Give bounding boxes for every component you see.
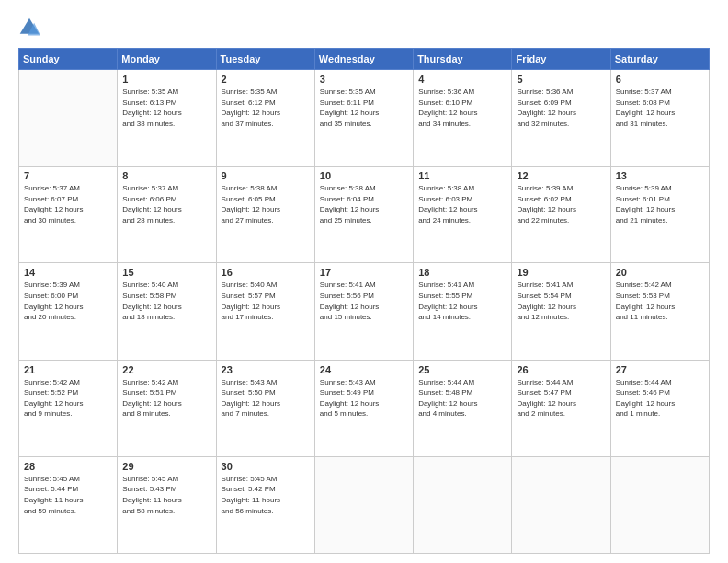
calendar-cell: 8Sunrise: 5:37 AM Sunset: 6:06 PM Daylig… <box>118 167 216 263</box>
day-info: Sunrise: 5:43 AM Sunset: 5:50 PM Dayligh… <box>222 377 310 419</box>
calendar-cell: 29Sunrise: 5:45 AM Sunset: 5:43 PM Dayli… <box>118 456 216 553</box>
day-info: Sunrise: 5:39 AM Sunset: 6:00 PM Dayligh… <box>24 280 112 322</box>
calendar-cell: 17Sunrise: 5:41 AM Sunset: 5:56 PM Dayli… <box>314 263 413 360</box>
day-info: Sunrise: 5:39 AM Sunset: 6:02 PM Dayligh… <box>517 183 605 225</box>
calendar-cell: 28Sunrise: 5:45 AM Sunset: 5:44 PM Dayli… <box>19 456 118 553</box>
day-number: 6 <box>616 74 704 85</box>
calendar-cell: 5Sunrise: 5:36 AM Sunset: 6:09 PM Daylig… <box>512 70 610 167</box>
weekday-header: Monday <box>118 49 216 70</box>
calendar-cell: 24Sunrise: 5:43 AM Sunset: 5:49 PM Dayli… <box>314 360 413 456</box>
day-info: Sunrise: 5:44 AM Sunset: 5:47 PM Dayligh… <box>517 377 605 419</box>
day-info: Sunrise: 5:42 AM Sunset: 5:51 PM Dayligh… <box>122 377 210 419</box>
weekday-header: Tuesday <box>216 49 314 70</box>
calendar-cell: 2Sunrise: 5:35 AM Sunset: 6:12 PM Daylig… <box>216 70 314 167</box>
calendar-cell: 26Sunrise: 5:44 AM Sunset: 5:47 PM Dayli… <box>512 360 610 456</box>
day-number: 28 <box>24 461 112 472</box>
day-info: Sunrise: 5:43 AM Sunset: 5:49 PM Dayligh… <box>320 377 408 419</box>
day-info: Sunrise: 5:36 AM Sunset: 6:10 PM Dayligh… <box>418 86 506 129</box>
weekday-header: Saturday <box>610 49 709 70</box>
day-info: Sunrise: 5:39 AM Sunset: 6:01 PM Dayligh… <box>616 183 704 225</box>
logo-icon <box>18 17 40 39</box>
calendar-cell: 12Sunrise: 5:39 AM Sunset: 6:02 PM Dayli… <box>512 167 610 263</box>
day-number: 12 <box>517 170 605 181</box>
day-info: Sunrise: 5:41 AM Sunset: 5:55 PM Dayligh… <box>418 280 506 322</box>
day-info: Sunrise: 5:45 AM Sunset: 5:43 PM Dayligh… <box>122 474 210 516</box>
day-info: Sunrise: 5:42 AM Sunset: 5:52 PM Dayligh… <box>24 377 112 419</box>
day-number: 15 <box>122 267 210 278</box>
calendar-cell: 18Sunrise: 5:41 AM Sunset: 5:55 PM Dayli… <box>414 263 512 360</box>
calendar-cell <box>414 456 512 553</box>
day-number: 3 <box>320 74 408 85</box>
calendar-page: SundayMondayTuesdayWednesdayThursdayFrid… <box>0 0 728 563</box>
day-info: Sunrise: 5:45 AM Sunset: 5:42 PM Dayligh… <box>222 474 310 516</box>
day-info: Sunrise: 5:40 AM Sunset: 5:57 PM Dayligh… <box>222 280 310 322</box>
day-info: Sunrise: 5:36 AM Sunset: 6:09 PM Dayligh… <box>517 86 605 129</box>
week-row: 28Sunrise: 5:45 AM Sunset: 5:44 PM Dayli… <box>19 456 710 553</box>
calendar-cell <box>314 456 413 553</box>
weekday-header: Sunday <box>19 49 118 70</box>
calendar-table: SundayMondayTuesdayWednesdayThursdayFrid… <box>18 48 710 554</box>
day-info: Sunrise: 5:38 AM Sunset: 6:05 PM Dayligh… <box>222 183 310 225</box>
day-info: Sunrise: 5:44 AM Sunset: 5:48 PM Dayligh… <box>418 377 506 419</box>
day-info: Sunrise: 5:37 AM Sunset: 6:07 PM Dayligh… <box>24 183 112 225</box>
calendar-cell: 13Sunrise: 5:39 AM Sunset: 6:01 PM Dayli… <box>610 167 709 263</box>
calendar-cell: 25Sunrise: 5:44 AM Sunset: 5:48 PM Dayli… <box>414 360 512 456</box>
week-row: 14Sunrise: 5:39 AM Sunset: 6:00 PM Dayli… <box>19 263 710 360</box>
day-number: 5 <box>517 74 605 85</box>
weekday-header: Thursday <box>414 49 512 70</box>
day-info: Sunrise: 5:40 AM Sunset: 5:58 PM Dayligh… <box>122 280 210 322</box>
day-number: 23 <box>222 364 310 375</box>
day-number: 9 <box>222 170 310 181</box>
day-number: 18 <box>418 267 506 278</box>
day-number: 13 <box>616 170 704 181</box>
day-number: 17 <box>320 267 408 278</box>
calendar-cell: 14Sunrise: 5:39 AM Sunset: 6:00 PM Dayli… <box>19 263 118 360</box>
calendar-cell: 15Sunrise: 5:40 AM Sunset: 5:58 PM Dayli… <box>118 263 216 360</box>
day-number: 30 <box>222 461 310 472</box>
calendar-cell: 30Sunrise: 5:45 AM Sunset: 5:42 PM Dayli… <box>216 456 314 553</box>
calendar-cell: 9Sunrise: 5:38 AM Sunset: 6:05 PM Daylig… <box>216 167 314 263</box>
weekday-header-row: SundayMondayTuesdayWednesdayThursdayFrid… <box>19 49 710 70</box>
day-number: 24 <box>320 364 408 375</box>
weekday-header: Friday <box>512 49 610 70</box>
day-number: 22 <box>122 364 210 375</box>
day-info: Sunrise: 5:38 AM Sunset: 6:03 PM Dayligh… <box>418 183 506 225</box>
calendar-cell: 19Sunrise: 5:41 AM Sunset: 5:54 PM Dayli… <box>512 263 610 360</box>
calendar-cell: 3Sunrise: 5:35 AM Sunset: 6:11 PM Daylig… <box>314 70 413 167</box>
day-info: Sunrise: 5:37 AM Sunset: 6:06 PM Dayligh… <box>122 183 210 225</box>
day-info: Sunrise: 5:41 AM Sunset: 5:56 PM Dayligh… <box>320 280 408 322</box>
day-number: 14 <box>24 267 112 278</box>
calendar-cell: 23Sunrise: 5:43 AM Sunset: 5:50 PM Dayli… <box>216 360 314 456</box>
calendar-cell: 16Sunrise: 5:40 AM Sunset: 5:57 PM Dayli… <box>216 263 314 360</box>
day-number: 29 <box>122 461 210 472</box>
calendar-cell: 7Sunrise: 5:37 AM Sunset: 6:07 PM Daylig… <box>19 167 118 263</box>
calendar-cell <box>512 456 610 553</box>
day-number: 20 <box>616 267 704 278</box>
day-number: 8 <box>122 170 210 181</box>
calendar-cell: 21Sunrise: 5:42 AM Sunset: 5:52 PM Dayli… <box>19 360 118 456</box>
day-info: Sunrise: 5:35 AM Sunset: 6:13 PM Dayligh… <box>122 86 210 129</box>
day-number: 1 <box>122 74 210 85</box>
day-info: Sunrise: 5:35 AM Sunset: 6:11 PM Dayligh… <box>320 86 408 129</box>
day-number: 10 <box>320 170 408 181</box>
weekday-header: Wednesday <box>314 49 413 70</box>
calendar-cell: 22Sunrise: 5:42 AM Sunset: 5:51 PM Dayli… <box>118 360 216 456</box>
day-info: Sunrise: 5:42 AM Sunset: 5:53 PM Dayligh… <box>616 280 704 322</box>
calendar-cell: 11Sunrise: 5:38 AM Sunset: 6:03 PM Dayli… <box>414 167 512 263</box>
calendar-cell: 4Sunrise: 5:36 AM Sunset: 6:10 PM Daylig… <box>414 70 512 167</box>
calendar-cell: 6Sunrise: 5:37 AM Sunset: 6:08 PM Daylig… <box>610 70 709 167</box>
week-row: 1Sunrise: 5:35 AM Sunset: 6:13 PM Daylig… <box>19 70 710 167</box>
calendar-cell <box>19 70 118 167</box>
day-info: Sunrise: 5:37 AM Sunset: 6:08 PM Dayligh… <box>616 86 704 129</box>
calendar-cell: 20Sunrise: 5:42 AM Sunset: 5:53 PM Dayli… <box>610 263 709 360</box>
day-number: 27 <box>616 364 704 375</box>
day-number: 11 <box>418 170 506 181</box>
logo <box>18 17 44 39</box>
day-number: 21 <box>24 364 112 375</box>
calendar-cell <box>610 456 709 553</box>
day-number: 2 <box>222 74 310 85</box>
week-row: 21Sunrise: 5:42 AM Sunset: 5:52 PM Dayli… <box>19 360 710 456</box>
day-info: Sunrise: 5:35 AM Sunset: 6:12 PM Dayligh… <box>222 86 310 129</box>
day-number: 26 <box>517 364 605 375</box>
day-number: 4 <box>418 74 506 85</box>
